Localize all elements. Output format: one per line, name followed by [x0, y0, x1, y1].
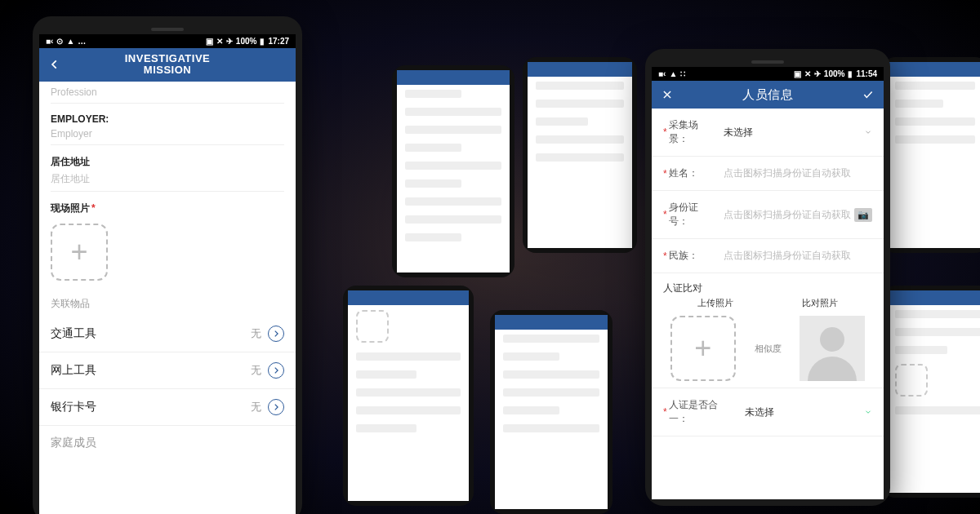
- phone-screen: ■‹ ▲ ∷ ▣ ✕ ✈ 100% ▮ 11:54 人员信息: [652, 67, 884, 499]
- similarity-label: 相似度: [755, 343, 782, 355]
- background-phone: [490, 310, 612, 514]
- upload-photo-label: 上传照片: [663, 297, 768, 309]
- warning-icon: ▲: [669, 69, 677, 78]
- cast-icon: ▣: [794, 69, 801, 78]
- chevron-right-icon: [268, 326, 284, 342]
- add-photo-button[interactable]: +: [51, 224, 108, 281]
- row-name[interactable]: *姓名： 点击图标扫描身份证自动获取: [652, 157, 884, 191]
- avatar-placeholder: [800, 316, 865, 381]
- battery-icon: ▮: [848, 69, 853, 78]
- chevron-down-icon: [864, 128, 872, 136]
- close-button[interactable]: [658, 89, 676, 100]
- confirm-button[interactable]: [859, 89, 877, 100]
- airplane-icon: ✈: [814, 69, 821, 78]
- row-transport[interactable]: 交通工具 无: [39, 316, 296, 352]
- plus-icon: +: [694, 334, 711, 363]
- phone-speaker: [151, 28, 184, 31]
- row-id-number[interactable]: *身份证号： 点击图标扫描身份证自动获取 📷: [652, 191, 884, 239]
- match-photo-label: 比对照片: [768, 297, 872, 309]
- row-consistency[interactable]: *人证是否合一： 未选择: [652, 388, 884, 436]
- employer-input[interactable]: Employer: [51, 125, 284, 145]
- row-value: 无: [251, 363, 261, 378]
- background-phone: [882, 57, 980, 253]
- battery-icon: ▮: [260, 37, 265, 46]
- phone-screen: ■‹ ⊙ ▲ … ▣ ✕ ✈ 100% ▮ 17:27 INVESTIGATIV…: [39, 34, 296, 514]
- profession-input[interactable]: Profession: [51, 83, 284, 104]
- form-content[interactable]: *采集场景： 未选择 *姓名： 点击图标扫描身份证自动获取 *身份证号： 点击图…: [652, 109, 884, 499]
- phone-speaker: [751, 60, 784, 64]
- form-content[interactable]: Profession EMPLOYER: Employer 居住地址 居住地址 …: [39, 82, 296, 514]
- row-bank-card[interactable]: 银行卡号 无: [39, 389, 296, 426]
- camera-icon: ■‹: [658, 69, 666, 78]
- camera-icon: ■‹: [46, 37, 53, 46]
- battery-percent: 100%: [824, 69, 845, 78]
- cast-icon: ▣: [206, 37, 213, 46]
- status-bar: ■‹ ▲ ∷ ▣ ✕ ✈ 100% ▮ 11:54: [652, 67, 884, 81]
- app-bar: 人员信息: [652, 81, 884, 109]
- address-label: 居住地址: [51, 155, 284, 169]
- photo-label: 现场照片*: [51, 202, 284, 215]
- chevron-right-icon: [268, 362, 284, 379]
- clock: 17:27: [268, 37, 289, 46]
- page-title: INVESTIGATIVE MISSION: [64, 53, 271, 77]
- mute-icon: ✕: [804, 69, 811, 78]
- compare-section: + 相似度: [652, 309, 884, 388]
- row-value: 无: [251, 400, 261, 414]
- row-scene[interactable]: *采集场景： 未选择: [652, 109, 884, 157]
- background-phone: [523, 57, 637, 253]
- row-family[interactable]: 家庭成员: [39, 426, 296, 450]
- app-bar: INVESTIGATIVE MISSION: [39, 48, 296, 82]
- mute-icon: ✕: [216, 37, 223, 46]
- more-icon: ∷: [680, 69, 685, 78]
- clock: 11:54: [856, 69, 877, 78]
- background-phone: [882, 286, 980, 498]
- upload-photo-button[interactable]: +: [670, 316, 736, 381]
- back-button[interactable]: [46, 59, 64, 70]
- employer-label: EMPLOYER:: [51, 113, 284, 125]
- camera-icon[interactable]: 📷: [854, 208, 872, 222]
- row-ethnicity[interactable]: *民族： 点击图标扫描身份证自动获取: [652, 239, 884, 273]
- phone-left: ■‹ ⊙ ▲ … ▣ ✕ ✈ 100% ▮ 17:27 INVESTIGATIV…: [33, 16, 302, 514]
- chevron-down-icon: [864, 408, 872, 416]
- address-input[interactable]: 居住地址: [51, 169, 284, 192]
- page-title: 人员信息: [676, 88, 859, 102]
- battery-percent: 100%: [236, 37, 257, 46]
- warning-icon: ▲: [66, 37, 74, 46]
- status-bar: ■‹ ⊙ ▲ … ▣ ✕ ✈ 100% ▮ 17:27: [39, 34, 296, 48]
- row-value: 无: [251, 326, 261, 341]
- row-online-tools[interactable]: 网上工具 无: [39, 352, 296, 389]
- background-phone: [392, 65, 514, 277]
- more-icon: …: [78, 37, 86, 46]
- airplane-icon: ✈: [226, 37, 233, 46]
- gps-icon: ⊙: [56, 37, 63, 46]
- compare-section-label: 人证比对: [652, 273, 884, 297]
- background-phone: [343, 286, 474, 506]
- phone-right: ■‹ ▲ ∷ ▣ ✕ ✈ 100% ▮ 11:54 人员信息: [645, 49, 890, 506]
- related-section-label: 关联物品: [39, 289, 296, 316]
- plus-icon: +: [70, 237, 87, 267]
- chevron-right-icon: [268, 399, 284, 415]
